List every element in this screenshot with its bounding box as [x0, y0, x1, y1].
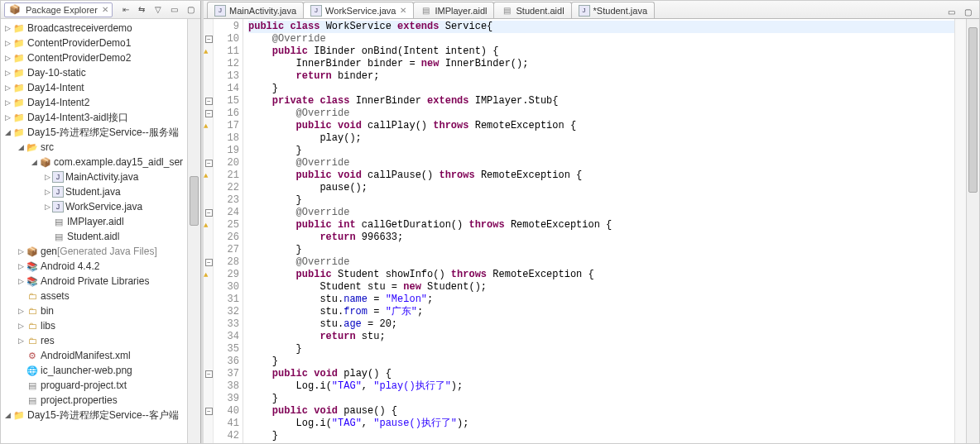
tree-item[interactable]: ◢📦com.example.day15_aidl_ser: [2, 155, 187, 169]
link-with-editor-icon[interactable]: ⇆: [135, 3, 148, 17]
code-line[interactable]: play();: [248, 132, 954, 145]
vertical-scrollbar[interactable]: [187, 19, 200, 443]
editor-tab[interactable]: ▤Student.aidl: [493, 2, 571, 18]
warning-icon[interactable]: [204, 221, 212, 229]
code-line[interactable]: }: [248, 145, 954, 157]
code-line[interactable]: public int callGetDuration() throws Remo…: [248, 219, 954, 232]
line-number-gutter[interactable]: 910−1112131415−16−17181920−21222324−2526…: [214, 19, 243, 443]
code-content[interactable]: public class WorkService extends Service…: [243, 19, 954, 443]
line-number[interactable]: 29: [214, 269, 239, 281]
code-line[interactable]: }: [248, 83, 954, 95]
code-line[interactable]: stu.name = "Melon";: [248, 294, 954, 306]
maximize-icon[interactable]: ▢: [184, 3, 197, 17]
code-line[interactable]: @Override: [248, 207, 954, 219]
minimize-icon[interactable]: ▭: [168, 3, 181, 17]
line-number[interactable]: 31: [214, 294, 239, 306]
tree-item[interactable]: ▷JStudent.java: [2, 184, 187, 199]
package-explorer-tab[interactable]: 📦 Package Explorer ✕: [4, 2, 113, 17]
line-number[interactable]: 32: [214, 306, 239, 318]
tree-item[interactable]: ▷📁Day14-Intent3-aidl接口: [2, 110, 187, 125]
expand-icon[interactable]: ▷: [16, 337, 26, 345]
expand-icon[interactable]: ▷: [16, 322, 26, 330]
expand-icon[interactable]: ▷: [2, 84, 12, 92]
editor-minimize-icon[interactable]: ▭: [944, 5, 958, 18]
line-number[interactable]: 11: [214, 45, 239, 58]
expand-icon[interactable]: ▷: [42, 173, 52, 181]
expand-icon[interactable]: ▷: [2, 24, 12, 32]
code-line[interactable]: Student stu = new Student();: [248, 281, 954, 294]
expand-icon[interactable]: ▷: [2, 39, 12, 47]
expand-icon[interactable]: ▷: [2, 98, 12, 107]
code-line[interactable]: stu.from = "广东";: [248, 306, 954, 318]
tree-item[interactable]: ▷📁Day14-Intent: [2, 80, 187, 95]
code-line[interactable]: public void pause() {: [248, 405, 954, 418]
expand-icon[interactable]: ▷: [42, 188, 52, 196]
line-number[interactable]: 12: [214, 58, 239, 70]
tree-item[interactable]: ▷🗀res: [2, 333, 187, 348]
code-line[interactable]: return stu;: [248, 331, 954, 343]
tree-item[interactable]: ▷📁ContentProviderDemo2: [2, 50, 187, 65]
tree-item[interactable]: ◢📁Day15-跨进程绑定Service--客户端: [2, 408, 187, 423]
tree-item[interactable]: 🌐ic_launcher-web.png: [2, 363, 187, 378]
fold-icon[interactable]: −: [205, 408, 213, 415]
line-number[interactable]: 9: [214, 21, 239, 33]
line-number[interactable]: 30: [214, 281, 239, 294]
expand-icon[interactable]: ◢: [2, 128, 12, 136]
expand-icon[interactable]: ▷: [16, 247, 26, 255]
tree-item[interactable]: ▷📚Android 4.4.2: [2, 259, 187, 274]
code-line[interactable]: @Override: [248, 33, 954, 45]
code-line[interactable]: pause();: [248, 182, 954, 194]
expand-icon[interactable]: ▷: [16, 262, 26, 270]
fold-icon[interactable]: −: [205, 36, 213, 43]
code-line[interactable]: stu.age = 20;: [248, 318, 954, 331]
code-line[interactable]: }: [248, 430, 954, 442]
editor-tab[interactable]: J*Student.java: [571, 2, 655, 18]
code-line[interactable]: public class WorkService extends Service…: [248, 21, 954, 33]
line-number[interactable]: 41: [214, 418, 239, 430]
line-number[interactable]: 22: [214, 182, 239, 194]
tree-item[interactable]: ◢📁Day15-跨进程绑定Service--服务端: [2, 125, 187, 140]
expand-icon[interactable]: ◢: [2, 411, 12, 419]
line-number[interactable]: 35: [214, 343, 239, 356]
fold-icon[interactable]: −: [205, 160, 213, 167]
code-line[interactable]: Log.i("TAG", "play()执行了");: [248, 380, 954, 393]
code-line[interactable]: @Override: [248, 256, 954, 269]
warning-icon[interactable]: [204, 171, 212, 179]
fold-icon[interactable]: −: [205, 370, 213, 378]
line-number[interactable]: 14: [214, 83, 239, 95]
code-line[interactable]: public void callPlay() throws RemoteExce…: [248, 120, 954, 132]
tree-item[interactable]: ▷📦gen [Generated Java Files]: [2, 244, 187, 259]
tree-item[interactable]: ▷📁Day14-Intent2: [2, 95, 187, 110]
overview-ruler[interactable]: [954, 19, 966, 443]
line-number[interactable]: 38: [214, 380, 239, 393]
code-line[interactable]: }: [248, 393, 954, 405]
tree-item[interactable]: ▤project.properties: [2, 393, 187, 408]
editor-tab[interactable]: JWorkService.java✕: [303, 2, 413, 18]
collapse-all-icon[interactable]: ⇤: [119, 3, 132, 17]
line-number[interactable]: 28−: [214, 256, 239, 269]
line-number[interactable]: 21: [214, 169, 239, 182]
code-line[interactable]: private class InnerBinder extends IMPlay…: [248, 95, 954, 107]
code-line[interactable]: @Override: [248, 107, 954, 120]
line-number[interactable]: 40−: [214, 405, 239, 418]
code-line[interactable]: }: [248, 244, 954, 256]
line-number[interactable]: 25: [214, 219, 239, 232]
close-icon[interactable]: ✕: [102, 5, 108, 14]
code-line[interactable]: return 996633;: [248, 232, 954, 244]
code-line[interactable]: return binder;: [248, 70, 954, 83]
code-line[interactable]: }: [248, 356, 954, 368]
line-number[interactable]: 33: [214, 318, 239, 331]
line-number[interactable]: 13: [214, 70, 239, 83]
line-number[interactable]: 24−: [214, 207, 239, 219]
line-number[interactable]: 23: [214, 194, 239, 207]
expand-icon[interactable]: ▷: [16, 307, 26, 315]
view-menu-icon[interactable]: ▽: [151, 3, 165, 17]
warning-icon[interactable]: [204, 122, 212, 130]
warning-icon[interactable]: [204, 47, 212, 55]
fold-icon[interactable]: −: [205, 209, 213, 217]
tree-item[interactable]: ▷📁Broadcastreceiverdemo: [2, 21, 187, 36]
line-number[interactable]: 15−: [214, 95, 239, 107]
tree-item[interactable]: ▤IMPlayer.aidl: [2, 214, 187, 229]
close-icon[interactable]: ✕: [400, 6, 406, 15]
line-number[interactable]: 36: [214, 356, 239, 368]
